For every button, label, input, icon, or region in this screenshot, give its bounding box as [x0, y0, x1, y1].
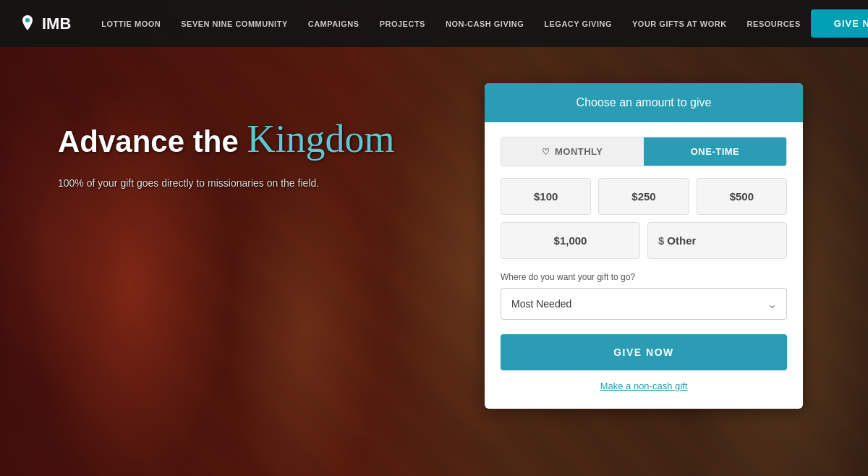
- hero-subtext: 100% of your gift goes directly to missi…: [58, 177, 394, 189]
- nav-links: LOTTIE MOON SEVEN NINE COMMUNITY CAMPAIG…: [91, 20, 810, 28]
- widget-header: Choose an amount to give: [485, 83, 803, 122]
- navbar-give-now-button[interactable]: GIVE NOW: [811, 9, 868, 38]
- frequency-toggle: ♡ MONTHLY ONE-TIME: [501, 137, 787, 166]
- logo[interactable]: IMB: [17, 14, 71, 34]
- amount-250-button[interactable]: $250: [598, 178, 689, 215]
- heart-icon: ♡: [542, 147, 550, 157]
- monthly-button[interactable]: ♡ MONTHLY: [501, 137, 644, 166]
- widget-body: ♡ MONTHLY ONE-TIME $100 $250 $500 $1,000…: [485, 122, 803, 409]
- navbar: IMB LOTTIE MOON SEVEN NINE COMMUNITY CAM…: [0, 0, 868, 47]
- svg-point-0: [25, 18, 30, 22]
- hero-headline: Advance the Kingdom: [58, 116, 394, 163]
- nav-resources[interactable]: RESOURCES: [737, 20, 811, 28]
- brand-name: IMB: [42, 14, 71, 33]
- give-now-main-button[interactable]: GIVE NOW: [501, 334, 787, 370]
- destination-dropdown[interactable]: Most Needed Lottie Moon Christmas Offeri…: [501, 288, 787, 320]
- other-label: Other: [667, 234, 696, 247]
- non-cash-link[interactable]: Make a non-cash gift: [501, 381, 787, 391]
- hero-headline-cursive: Kingdom: [247, 117, 394, 161]
- amount-100-button[interactable]: $100: [501, 178, 591, 215]
- onetime-button[interactable]: ONE-TIME: [644, 137, 786, 166]
- hero-section: Advance the Kingdom 100% of your gift go…: [58, 116, 394, 189]
- logo-icon: [17, 14, 38, 34]
- onetime-label: ONE-TIME: [691, 146, 740, 157]
- nav-campaigns[interactable]: CAMPAIGNS: [298, 20, 370, 28]
- other-dollar-sign: $: [658, 234, 664, 247]
- amount-500-button[interactable]: $500: [697, 178, 787, 215]
- nav-legacy[interactable]: LEGACY GIVING: [534, 20, 622, 28]
- nav-projects[interactable]: PROJECTS: [370, 20, 435, 28]
- nav-non-cash[interactable]: NON-CASH GIVING: [435, 20, 534, 28]
- amount-grid-row1: $100 $250 $500: [501, 178, 787, 215]
- hero-headline-plain: Advance the: [58, 124, 239, 158]
- amount-other-button[interactable]: $ Other: [647, 222, 787, 259]
- amount-grid-row2: $1,000 $ Other: [501, 222, 787, 259]
- nav-seven-nine[interactable]: SEVEN NINE COMMUNITY: [171, 20, 298, 28]
- monthly-label: MONTHLY: [555, 146, 603, 157]
- dropdown-wrap: Most Needed Lottie Moon Christmas Offeri…: [501, 288, 787, 320]
- nav-lottie-moon[interactable]: LOTTIE MOON: [91, 20, 171, 28]
- amount-1000-button[interactable]: $1,000: [501, 222, 640, 259]
- donation-widget: Choose an amount to give ♡ MONTHLY ONE-T…: [485, 83, 803, 409]
- dropdown-label: Where do you want your gift to go?: [501, 272, 787, 282]
- nav-gifts-at-work[interactable]: YOUR GIFTS AT WORK: [622, 20, 737, 28]
